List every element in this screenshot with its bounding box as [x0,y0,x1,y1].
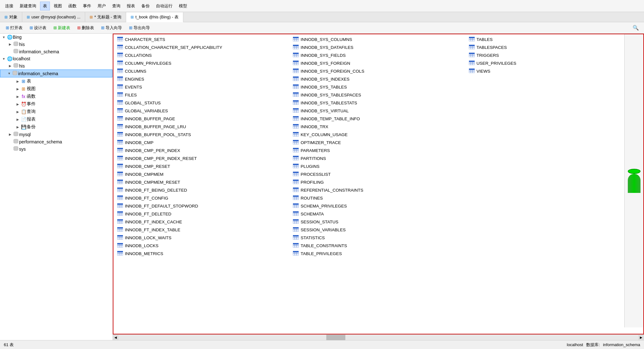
table-item[interactable]: INNODB_TEMP_TABLE_INFO [290,115,466,123]
import-wizard-btn[interactable]: ⊞ 导入向导 [98,24,125,32]
table-item[interactable]: INNODB_BUFFER_POOL_STATS [115,131,290,139]
table-item[interactable]: PARAMETERS [290,147,466,155]
table-item[interactable]: INNODB_CMP_PER_INDEX [115,147,290,155]
tree-server-bing[interactable]: ▼ 🌐 Bing [0,34,112,41]
table-item[interactable]: STATISTICS [290,234,466,242]
table-item[interactable]: COLUMNS [115,67,290,75]
toolbar-btn-model[interactable]: 模型 [176,2,190,10]
toolbar-btn-user[interactable]: 用户 [95,2,108,10]
table-item[interactable]: GLOBAL_STATUS [115,99,290,107]
table-item[interactable]: EVENTS [115,83,290,91]
tree-server-localhost[interactable]: ▼ 🌐 localhost [0,55,112,62]
scroll-track[interactable] [119,335,638,340]
design-table-btn[interactable]: ⊞ 设计表 [26,24,50,32]
table-item[interactable]: INNODB_CMP_PER_INDEX_RESET [115,155,290,162]
table-item[interactable]: INNODB_TRX [290,123,466,131]
tree-db-localhost-his[interactable]: ▶ his [0,62,112,69]
toolbar-btn-connect[interactable]: 连接 [3,2,16,10]
table-item[interactable]: ROUTINES [290,194,466,202]
horizontal-scrollbar[interactable]: ◀ ▶ [113,334,644,340]
tree-db-bing-his[interactable]: ▶ his [0,41,112,48]
tree-folder-events[interactable]: ▶ ⏰ 事件 [0,100,112,108]
open-table-btn[interactable]: ⊞ 打开表 [3,24,26,32]
table-item[interactable]: INNODB_SYS_FIELDS [290,51,466,59]
table-item[interactable]: INNODB_SYS_TABLES [290,83,466,91]
table-item[interactable]: INNODB_SYS_FOREIGN_COLS [290,67,466,75]
table-item[interactable]: TABLESPACES [466,43,642,51]
scroll-thumb[interactable] [326,335,345,340]
table-item[interactable]: INNODB_METRICS [115,250,290,258]
toolbar-btn-event[interactable]: 事件 [80,2,94,10]
table-item[interactable]: INNODB_CMPMEM_RESET [115,178,290,186]
toolbar-btn-schedule[interactable]: 自动运行 [153,2,175,10]
table-item[interactable]: INNODB_CMP_RESET [115,162,290,170]
table-item[interactable]: REFERENTIAL_CONSTRAINTS [290,186,466,194]
table-item[interactable]: INNODB_BUFFER_PAGE_LRU [115,123,290,131]
toolbar-btn-backup[interactable]: 备份 [139,2,152,10]
tree-db-mysql[interactable]: ▶ mysql [0,131,112,138]
table-item[interactable]: KEY_COLUMN_USAGE [290,131,466,139]
tree-folder-backup[interactable]: ▶ 💾 备份 [0,123,112,131]
table-item[interactable]: USER_PRIVILEGES [466,59,642,67]
table-item[interactable]: INNODB_LOCKS [115,242,290,250]
table-item[interactable]: PROCESSLIST [290,170,466,178]
table-item[interactable]: INNODB_SYS_COLUMNS [290,36,466,43]
table-item[interactable]: ENGINES [115,75,290,83]
table-item[interactable]: INNODB_SYS_INDEXES [290,75,466,83]
table-item[interactable]: TRIGGERS [466,51,642,59]
table-item[interactable]: FILES [115,91,290,99]
new-table-btn[interactable]: ⊞ 新建表 [50,24,73,32]
tree-db-bing-info[interactable]: ▶ information_schema [0,48,112,55]
export-wizard-btn[interactable]: ⊞ 导出向导 [126,24,153,32]
search-btn[interactable]: 🔍 [630,24,641,32]
tree-db-sys[interactable]: ▶ sys [0,145,112,153]
tab-t-book[interactable]: ⊞ t_book @his (Bing) - 表 [126,12,183,22]
table-item[interactable]: OPTIMIZER_TRACE [290,139,466,147]
table-item[interactable]: GLOBAL_VARIABLES [115,107,290,115]
table-item[interactable]: INNODB_FT_DELETED [115,210,290,218]
table-item[interactable]: COLLATIONS [115,51,290,59]
scroll-right-btn[interactable]: ▶ [638,335,644,340]
table-item[interactable]: SESSION_VARIABLES [290,226,466,234]
toolbar-btn-view[interactable]: 视图 [51,2,64,10]
table-item[interactable]: INNODB_BUFFER_PAGE [115,115,290,123]
table-item[interactable]: PLUGINS [290,162,466,170]
table-item[interactable]: INNODB_SYS_TABLESTATS [290,99,466,107]
table-item[interactable]: PROFILING [290,178,466,186]
tree-folder-reports[interactable]: ▶ 📄 报表 [0,115,112,123]
table-item[interactable]: INNODB_FT_BEING_DELETED [115,186,290,194]
tree-db-perf[interactable]: ▶ performance_schema [0,138,112,145]
tree-folder-queries[interactable]: ▶ 📋 查询 [0,108,112,115]
table-item[interactable]: TABLE_CONSTRAINTS [290,242,466,250]
table-item[interactable]: COLLATION_CHARACTER_SET_APPLICABILITY [115,43,290,51]
table-item[interactable]: TABLE_PRIVILEGES [290,250,466,258]
toolbar-btn-report[interactable]: 报表 [124,2,138,10]
scroll-left-btn[interactable]: ◀ [113,335,119,340]
toolbar-btn-new-query[interactable]: 新建查询 [17,2,39,10]
table-item[interactable]: SESSION_STATUS [290,218,466,226]
tab-object[interactable]: ⊞ 对象 [0,12,22,22]
table-item[interactable]: CHARACTER_SETS [115,36,290,43]
table-item[interactable]: SCHEMATA [290,210,466,218]
toolbar-btn-function[interactable]: 函数 [66,2,79,10]
table-item[interactable]: INNODB_SYS_FOREIGN [290,59,466,67]
tree-folder-views[interactable]: ▶ ⊞ 视图 [0,85,112,93]
tree-db-localhost-info[interactable]: ▼ information_schema [0,69,112,77]
tab-user-mysql[interactable]: ⊞ user @mysql (localhost) ... [22,12,85,22]
table-item[interactable]: INNODB_SYS_VIRTUAL [290,107,466,115]
table-item[interactable]: INNODB_CMPMEM [115,170,290,178]
table-item[interactable]: PARTITIONS [290,155,466,162]
table-item[interactable]: SCHEMA_PRIVILEGES [290,202,466,210]
table-item[interactable]: INNODB_FT_DEFAULT_STOPWORD [115,202,290,210]
table-item[interactable]: INNODB_SYS_DATAFILES [290,43,466,51]
table-item[interactable]: INNODB_CMP [115,139,290,147]
tree-folder-tables[interactable]: ▶ ⊞ 表 [0,77,112,85]
table-item[interactable]: INNODB_LOCK_WAITS [115,234,290,242]
table-item[interactable]: INNODB_SYS_TABLESPACES [290,91,466,99]
table-item[interactable]: INNODB_FT_INDEX_CACHE [115,218,290,226]
table-item[interactable]: INNODB_FT_CONFIG [115,194,290,202]
table-item[interactable]: VIEWS [466,67,642,75]
tab-untitled-query[interactable]: ⊞ * 无标题 - 查询 [85,12,126,22]
delete-table-btn[interactable]: ⊞ 删除表 [74,24,97,32]
table-item[interactable]: INNODB_FT_INDEX_TABLE [115,226,290,234]
